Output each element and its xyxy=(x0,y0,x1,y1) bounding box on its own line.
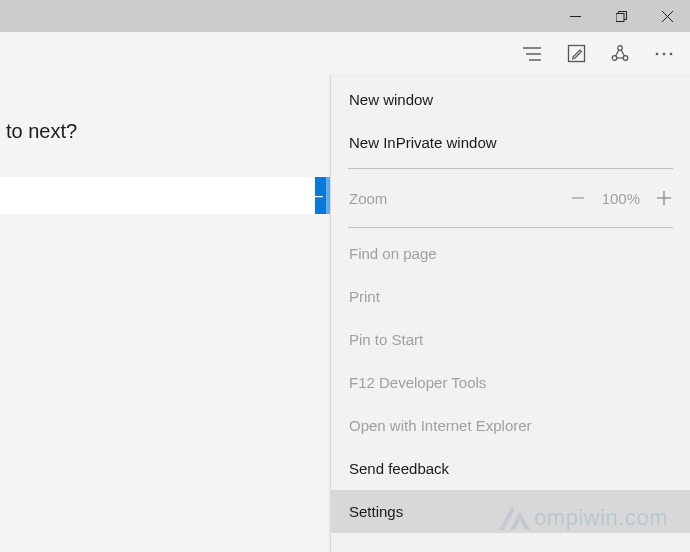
menu-settings[interactable]: Settings xyxy=(331,490,690,533)
menu-open-internet-explorer: Open with Internet Explorer xyxy=(331,404,690,447)
share-icon xyxy=(610,44,630,64)
more-menu-dropdown: New window New InPrivate window Zoom 100… xyxy=(330,76,690,552)
more-button[interactable] xyxy=(642,32,686,76)
svg-point-8 xyxy=(618,45,623,50)
svg-point-9 xyxy=(612,55,617,60)
zoom-level: 100% xyxy=(602,190,640,207)
svg-rect-1 xyxy=(616,13,624,21)
minimize-button[interactable] xyxy=(552,0,598,32)
minus-icon xyxy=(570,190,586,206)
webnote-button[interactable] xyxy=(554,32,598,76)
share-button[interactable] xyxy=(598,32,642,76)
browser-toolbar xyxy=(0,32,690,76)
hub-button[interactable] xyxy=(510,32,554,76)
maximize-icon xyxy=(616,11,627,22)
menu-send-feedback[interactable]: Send feedback xyxy=(331,447,690,490)
svg-point-15 xyxy=(663,52,666,55)
menu-separator xyxy=(348,168,673,169)
menu-zoom-row: Zoom 100% xyxy=(331,173,690,223)
menu-pin-to-start: Pin to Start xyxy=(331,318,690,361)
close-icon xyxy=(662,11,673,22)
zoom-label: Zoom xyxy=(349,190,387,207)
page-prompt-text: to next? xyxy=(6,120,77,143)
close-button[interactable] xyxy=(644,0,690,32)
window-controls xyxy=(552,0,690,32)
menu-find-on-page: Find on page xyxy=(331,232,690,275)
plus-icon xyxy=(655,189,673,207)
svg-point-14 xyxy=(656,52,659,55)
menu-print: Print xyxy=(331,275,690,318)
hub-icon xyxy=(522,46,542,62)
dash-icon: – xyxy=(314,186,323,206)
webnote-icon xyxy=(567,44,586,63)
search-accent: – xyxy=(315,177,330,214)
menu-new-window[interactable]: New window xyxy=(331,78,690,121)
minimize-icon xyxy=(570,11,581,22)
search-bar[interactable]: – xyxy=(0,177,330,214)
svg-point-10 xyxy=(623,55,628,60)
zoom-in-button[interactable] xyxy=(650,184,678,212)
svg-line-12 xyxy=(621,50,624,56)
menu-developer-tools: F12 Developer Tools xyxy=(331,361,690,404)
svg-point-16 xyxy=(670,52,673,55)
zoom-out-button[interactable] xyxy=(564,184,592,212)
zoom-controls: 100% xyxy=(564,184,678,212)
maximize-button[interactable] xyxy=(598,0,644,32)
svg-line-11 xyxy=(616,50,619,56)
window-titlebar xyxy=(0,0,690,32)
menu-separator xyxy=(348,227,673,228)
menu-new-inprivate-window[interactable]: New InPrivate window xyxy=(331,121,690,164)
more-icon xyxy=(654,51,674,57)
